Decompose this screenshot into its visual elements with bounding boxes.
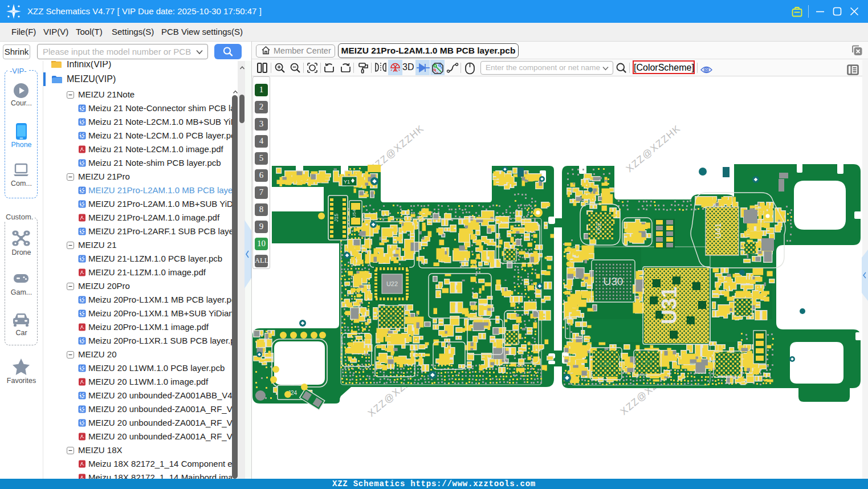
svg-text:U22: U22 (386, 280, 398, 287)
svg-text:U54: U54 (352, 209, 357, 218)
svg-text:J15: J15 (333, 214, 339, 222)
svg-text:U37: U37 (642, 359, 653, 366)
svg-text:Y1: Y1 (344, 179, 350, 185)
svg-text:U31: U31 (658, 287, 681, 324)
svg-text:U23: U23 (386, 314, 397, 321)
svg-text:U30: U30 (604, 275, 624, 287)
svg-text:U41: U41 (713, 223, 723, 239)
svg-text:U52: U52 (595, 222, 602, 234)
svg-text:U36: U36 (600, 361, 612, 368)
